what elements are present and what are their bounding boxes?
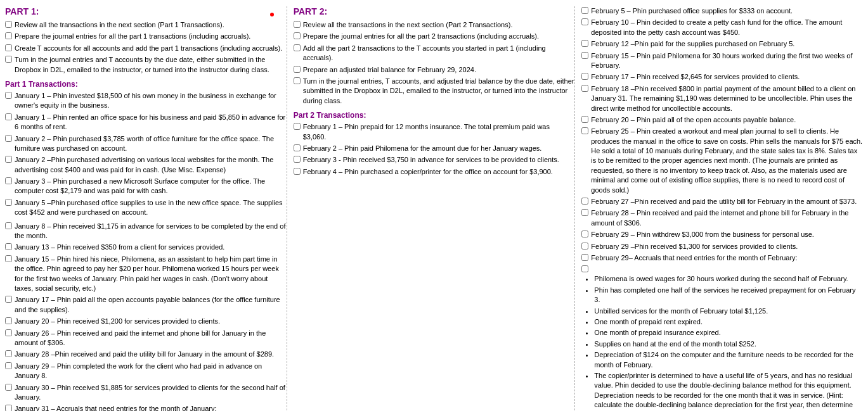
part2-right-tx-12: February 29 –Phin received $1,300 for se… bbox=[581, 242, 863, 251]
part2-tx-checkbox-3[interactable] bbox=[294, 156, 301, 163]
part2-right-tx-checkbox-10[interactable] bbox=[581, 209, 588, 216]
part1-tx-15: January 30 – Phin received $1,885 for se… bbox=[5, 383, 287, 403]
part1-tx-checkbox-7[interactable] bbox=[5, 222, 12, 229]
part1-tx-checkbox-9[interactable] bbox=[5, 255, 12, 262]
part1-tx-4: January 2 –Phin purchased advertising on… bbox=[5, 155, 287, 175]
part1-title: PART 1: bbox=[5, 6, 287, 16]
part1-tx-5: January 3 – Phin purchased a new Microso… bbox=[5, 177, 287, 196]
part2-right-accruals-list: Philomena is owed wages for 30 hours wor… bbox=[594, 274, 863, 411]
part2-intro-item-4: Prepare an adjusted trial balance for Fe… bbox=[294, 65, 575, 75]
part2-tx-2: February 2 – Phin paid Philomena for the… bbox=[294, 144, 575, 153]
part2-right-tx-2: February 10 – Phin decided to create a p… bbox=[581, 18, 863, 37]
part1-intro-checkbox-3[interactable] bbox=[5, 44, 12, 51]
part2-right-tx-8: February 25 – Phin created a workout and… bbox=[581, 127, 863, 195]
part2-tx-checkbox-1[interactable] bbox=[294, 123, 301, 130]
part1-tx-checkbox-15[interactable] bbox=[5, 384, 12, 391]
part2-right-accrual-7: Depreciation of $124 on the computer and… bbox=[594, 350, 863, 370]
part2-right-tx-checkbox-8[interactable] bbox=[581, 127, 588, 134]
part2-tx-checkbox-2[interactable] bbox=[294, 144, 301, 151]
part2-intro-checkbox-2[interactable] bbox=[294, 32, 301, 39]
part2-right-accrual-3: Unbilled services for the month of Febru… bbox=[594, 307, 863, 316]
part2-intro-item-1: Review all the transactions in the next … bbox=[294, 20, 575, 30]
part1-tx-13: January 28 –Phin received and paid the u… bbox=[5, 350, 287, 359]
part2-right-tx-checkbox-14[interactable] bbox=[581, 265, 588, 272]
part1-tx-checkbox-2[interactable] bbox=[5, 113, 12, 120]
part2-right-tx-1: February 5 – Phin purchased office suppl… bbox=[581, 6, 863, 16]
part1-tx-9: January 15 – Phin hired his niece, Philo… bbox=[5, 255, 287, 294]
part2-right-tx-3: February 12 –Phin paid for the supplies … bbox=[581, 39, 863, 49]
part1-tx-checkbox-3[interactable] bbox=[5, 135, 12, 142]
part2-intro-item-5: Turn in the journal entries, T accounts,… bbox=[294, 77, 575, 106]
part1-tx-checkbox-16[interactable] bbox=[5, 405, 12, 411]
part2-right-tx-13: February 29– Accruals that need entries … bbox=[581, 253, 863, 263]
part2-right-tx-checkbox-12[interactable] bbox=[581, 243, 588, 250]
part1-tx-1: January 1 – Phin invested $18,500 of his… bbox=[5, 91, 287, 111]
part2-right-tx-checkbox-1[interactable] bbox=[581, 7, 588, 14]
part1-tx-checkbox-13[interactable] bbox=[5, 350, 12, 357]
part2-right-tx-checkbox-13[interactable] bbox=[581, 254, 588, 261]
part2-intro-checkbox-3[interactable] bbox=[294, 44, 301, 51]
part1-intro-item-3: Create T accounts for all accounts and a… bbox=[5, 44, 287, 53]
part1-tx-checkbox-12[interactable] bbox=[5, 329, 12, 336]
part1-tx-11: January 20 – Phin received $1,200 for se… bbox=[5, 317, 287, 326]
part2-right-tx-6: February 18 –Phin received $800 in parti… bbox=[581, 84, 863, 113]
part1-intro-item-4: Turn in the journal entries and T accoun… bbox=[5, 55, 287, 75]
part2-right-tx-10: February 28 – Phin received and paid the… bbox=[581, 208, 863, 228]
part2-intro-item-3: Add all the part 2 transactions to the T… bbox=[294, 44, 575, 63]
part2-right-tx-checkbox-2[interactable] bbox=[581, 18, 588, 25]
part1-transactions-title: Part 1 Transactions: bbox=[5, 80, 287, 89]
part1-intro-checkbox-2[interactable] bbox=[5, 32, 12, 39]
red-dot-indicator bbox=[270, 13, 274, 16]
part2-tx-checkbox-4[interactable] bbox=[294, 168, 301, 175]
part2-right-tx-11: February 29 – Phin withdrew $3,000 from … bbox=[581, 230, 863, 239]
part1-intro-checkbox-1[interactable] bbox=[5, 21, 12, 28]
part2-right-tx-14 bbox=[581, 265, 863, 272]
part2-tx-1: February 1 – Phin prepaid for 12 months … bbox=[294, 122, 575, 142]
part2-intro-checkbox-5[interactable] bbox=[294, 77, 301, 84]
part2-right-tx-5: February 17 – Phin received $2,645 for s… bbox=[581, 72, 863, 82]
part2-right-tx-9: February 27 –Phin received and paid the … bbox=[581, 197, 863, 206]
part1-intro-item-2: Prepare the journal entries for all the … bbox=[5, 32, 287, 41]
part2-intro-checkbox-4[interactable] bbox=[294, 66, 301, 73]
part2-right-tx-checkbox-9[interactable] bbox=[581, 198, 588, 205]
part2-right-tx-checkbox-7[interactable] bbox=[581, 116, 588, 123]
part1-tx-10: January 17 – Phin paid all the open acco… bbox=[5, 295, 287, 315]
part1-tx-6: January 5 –Phin purchased office supplie… bbox=[5, 198, 287, 218]
part2-right-tx-4: February 15 – Phin paid Philomena for 30… bbox=[581, 51, 863, 71]
part2-right-accrual-4: One month of prepaid rent expired. bbox=[594, 317, 863, 327]
part2-right-accrual-5: One month of prepaid insurance expired. bbox=[594, 328, 863, 338]
part1-tx-2: January 1 – Phin rented an office space … bbox=[5, 113, 287, 132]
part2-right-tx-checkbox-11[interactable] bbox=[581, 231, 588, 237]
part1-tx-14: January 29 – Phin completed the work for… bbox=[5, 362, 287, 381]
part2-intro-item-2: Prepare the journal entries for all the … bbox=[294, 32, 575, 41]
part2-right-accrual-1: Philomena is owed wages for 30 hours wor… bbox=[594, 274, 863, 284]
part1-tx-8: January 13 – Phin received $350 from a c… bbox=[5, 243, 287, 252]
part2-right-accrual-2: Phin has completed one half of the servi… bbox=[594, 286, 863, 305]
part1-tx-checkbox-10[interactable] bbox=[5, 296, 12, 303]
part2-right-tx-checkbox-5[interactable] bbox=[581, 73, 588, 80]
part1-tx-checkbox-1[interactable] bbox=[5, 92, 12, 99]
part1-tx-checkbox-6[interactable] bbox=[5, 199, 12, 206]
part1-intro-item-1: Review all the transactions in the next … bbox=[5, 20, 287, 30]
part1-intro-checkbox-4[interactable] bbox=[5, 56, 12, 63]
part2-right-tx-checkbox-6[interactable] bbox=[581, 85, 588, 92]
part2-tx-3: February 3 - Phin received $3,750 in adv… bbox=[294, 155, 575, 165]
part2-intro-checkbox-1[interactable] bbox=[294, 21, 301, 28]
part1-tx-3: January 2 – Phin purchased $3,785 worth … bbox=[5, 134, 287, 154]
part1-tx-7: January 8 – Phin received $1,175 in adva… bbox=[5, 222, 287, 241]
part2-title: PART 2: bbox=[294, 6, 575, 16]
part2-right-tx-checkbox-4[interactable] bbox=[581, 52, 588, 59]
part2-right-accrual-8: The copier/printer is determined to have… bbox=[594, 371, 863, 411]
part1-tx-checkbox-4[interactable] bbox=[5, 156, 12, 163]
part2-right-accrual-6: Supplies on hand at the end of the month… bbox=[594, 339, 863, 349]
part1-tx-checkbox-11[interactable] bbox=[5, 317, 12, 324]
part1-tx-12: January 26 – Phin received and paid the … bbox=[5, 329, 287, 348]
part2-right-tx-checkbox-3[interactable] bbox=[581, 40, 588, 47]
part1-tx-checkbox-5[interactable] bbox=[5, 177, 12, 184]
part2-right-tx-7: February 20 – Phin paid all of the open … bbox=[581, 115, 863, 125]
part1-tx-checkbox-14[interactable] bbox=[5, 362, 12, 369]
part2-tx-4: February 4 – Phin purchased a copier/pri… bbox=[294, 167, 575, 177]
part1-tx-16: January 31 – Accruals that need entries … bbox=[5, 404, 287, 411]
part2-transactions-title: Part 2 Transactions: bbox=[294, 111, 575, 120]
part1-tx-checkbox-8[interactable] bbox=[5, 243, 12, 250]
